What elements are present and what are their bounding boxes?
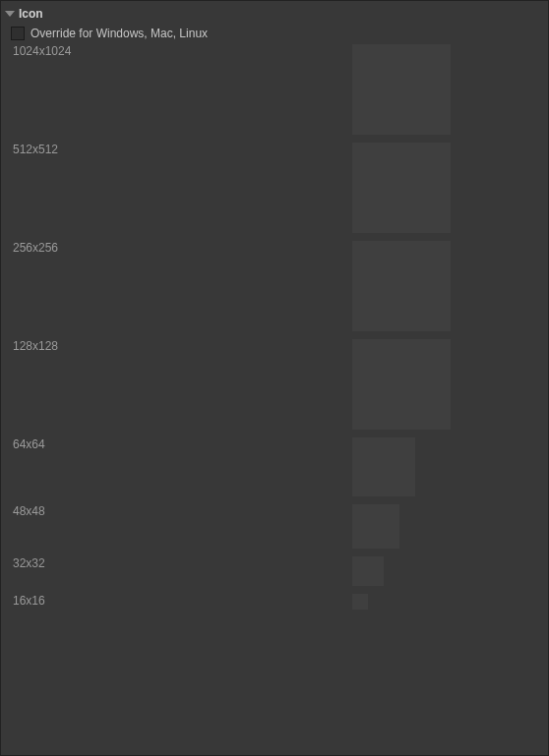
icon-size-label: 1024x1024 — [13, 44, 352, 58]
icon-size-label: 32x32 — [13, 556, 352, 570]
icon-size-list: 1024x1024 512x512 256x256 128x128 64x64 … — [3, 44, 546, 610]
icon-size-row: 512x512 — [13, 143, 546, 233]
icon-size-label: 16x16 — [13, 594, 352, 608]
icon-size-row: 128x128 — [13, 339, 546, 430]
icon-size-label: 128x128 — [13, 339, 352, 353]
icon-size-label: 256x256 — [13, 241, 352, 255]
icon-size-row: 48x48 — [13, 504, 546, 549]
icon-size-label: 64x64 — [13, 437, 352, 451]
foldout-arrow-icon — [5, 11, 15, 17]
override-checkbox[interactable] — [11, 27, 25, 40]
icon-preview-slot[interactable] — [352, 143, 451, 233]
icon-size-row: 64x64 — [13, 437, 546, 496]
override-label: Override for Windows, Mac, Linux — [30, 27, 208, 40]
icon-size-row: 32x32 — [13, 556, 546, 586]
icon-preview-slot[interactable] — [352, 241, 451, 331]
icon-size-row: 256x256 — [13, 241, 546, 331]
icon-size-row: 1024x1024 — [13, 44, 546, 135]
icon-panel: Icon Override for Windows, Mac, Linux 10… — [1, 1, 548, 755]
icon-preview-slot[interactable] — [352, 594, 368, 610]
icon-preview-slot[interactable] — [352, 44, 451, 135]
section-title: Icon — [19, 7, 43, 21]
icon-preview-slot[interactable] — [352, 339, 451, 430]
icon-size-row: 16x16 — [13, 594, 546, 610]
section-header[interactable]: Icon — [3, 3, 546, 25]
icon-preview-slot[interactable] — [352, 437, 415, 496]
icon-size-label: 512x512 — [13, 143, 352, 156]
override-row: Override for Windows, Mac, Linux — [3, 25, 546, 44]
icon-size-label: 48x48 — [13, 504, 352, 518]
icon-preview-slot[interactable] — [352, 504, 399, 549]
icon-preview-slot[interactable] — [352, 556, 384, 586]
